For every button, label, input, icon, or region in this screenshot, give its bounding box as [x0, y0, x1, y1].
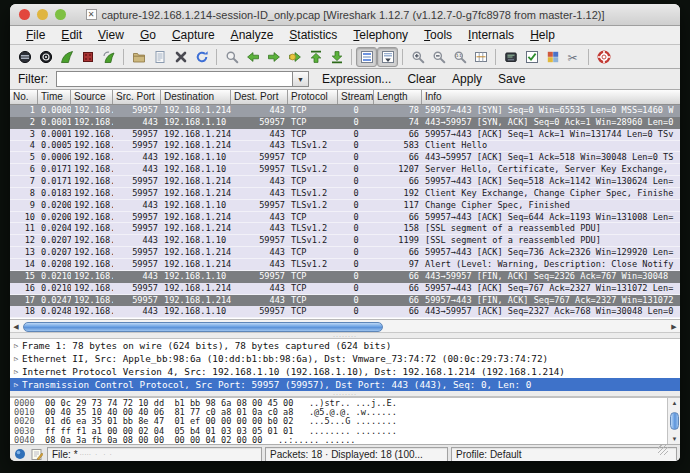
capture-filters-icon[interactable]: [500, 47, 521, 67]
menu-analyze[interactable]: Analyze: [223, 28, 282, 42]
menu-tools[interactable]: Tools: [416, 28, 460, 42]
scroll-up-arrow-icon[interactable]: ▲: [668, 398, 680, 408]
go-back-icon[interactable]: [242, 47, 263, 67]
packet-row-17[interactable]: 170.0247192.168.1.1059957192.168.1.21444…: [10, 295, 680, 307]
packet-row-4[interactable]: 40.0005192.168.1.1059957192.168.1.214443…: [10, 141, 680, 153]
restart-capture-icon[interactable]: [98, 47, 119, 67]
preferences-icon[interactable]: ✂: [563, 47, 584, 67]
cell-no: 2: [10, 117, 38, 128]
packet-row-7[interactable]: 70.0171192.168.1.1059957192.168.1.214443…: [10, 176, 680, 188]
filter-input[interactable]: [56, 71, 292, 87]
coloring-rules-icon[interactable]: [542, 47, 563, 67]
menu-edit[interactable]: Edit: [53, 28, 90, 42]
capture-options-icon[interactable]: [35, 47, 56, 67]
packet-row-13[interactable]: 130.0207192.168.1.1059957192.168.1.21444…: [10, 247, 680, 259]
expert-info-icon[interactable]: [13, 447, 27, 461]
cell-src: 192.168.1.214: [71, 235, 113, 246]
packet-row-12[interactable]: 120.0207192.168.1.214443192.168.1.105995…: [10, 235, 680, 247]
menu-bar: FileEditViewGoCaptureAnalyzeStatisticsTe…: [10, 26, 680, 45]
menu-go[interactable]: Go: [132, 28, 164, 42]
packet-row-3[interactable]: 30.0001192.168.1.1059957192.168.1.214443…: [10, 129, 680, 141]
zoom-out-icon[interactable]: [428, 47, 449, 67]
cell-time: 0.0000: [38, 105, 71, 116]
expand-triangle-icon[interactable]: ▷: [10, 381, 22, 389]
scroll-down-arrow-icon[interactable]: ▼: [668, 434, 680, 444]
packet-row-18[interactable]: 180.0248192.168.1.214443192.168.1.105995…: [10, 306, 680, 318]
menu-capture[interactable]: Capture: [164, 28, 223, 42]
packet-row-16[interactable]: 160.0210192.168.1.1059957192.168.1.21444…: [10, 283, 680, 295]
expand-triangle-icon[interactable]: ▷: [10, 342, 22, 350]
stop-capture-icon[interactable]: [77, 47, 98, 67]
go-to-top-icon[interactable]: [305, 47, 326, 67]
packet-row-15[interactable]: 150.0210192.168.1.214443192.168.1.105995…: [10, 271, 680, 283]
column-header-no[interactable]: No.: [10, 90, 38, 104]
close-file-icon[interactable]: [170, 47, 191, 67]
column-header-len[interactable]: Length: [374, 90, 422, 104]
detail-row-0[interactable]: ▷Frame 1: 78 bytes on wire (624 bits), 7…: [10, 339, 680, 352]
go-to-bottom-icon[interactable]: [326, 47, 347, 67]
menu-view[interactable]: View: [90, 28, 132, 42]
zoom-100-icon[interactable]: 1:1: [449, 47, 470, 67]
expand-triangle-icon[interactable]: ▷: [10, 355, 22, 363]
save-button[interactable]: Save: [493, 71, 530, 87]
column-header-info[interactable]: Info: [422, 90, 680, 104]
expand-triangle-icon[interactable]: ▷: [10, 368, 22, 376]
column-header-stream[interactable]: Stream: [338, 90, 374, 104]
zoom-in-icon[interactable]: [407, 47, 428, 67]
start-capture-icon[interactable]: [56, 47, 77, 67]
window-resize-grip[interactable]: [658, 445, 668, 455]
detail-row-1[interactable]: ▷Ethernet II, Src: Apple_bb:98:6a (10:dd…: [10, 352, 680, 365]
packet-row-1[interactable]: 10.0000192.168.1.1059957192.168.1.214443…: [10, 105, 680, 117]
display-filters-icon[interactable]: [521, 47, 542, 67]
help-icon[interactable]: [593, 47, 614, 67]
title-bar[interactable]: ✕ capture-192.168.1.214-session-ID_only.…: [10, 4, 680, 26]
column-header-dport[interactable]: Dest. Port: [231, 90, 288, 104]
capture-comment-icon[interactable]: [30, 447, 44, 461]
list-interfaces-icon[interactable]: [14, 47, 35, 67]
column-header-dst[interactable]: Destination: [161, 90, 231, 104]
detail-row-2[interactable]: ▷Internet Protocol Version 4, Src: 192.1…: [10, 365, 680, 378]
find-packet-icon[interactable]: [221, 47, 242, 67]
menu-statistics[interactable]: Statistics: [281, 28, 345, 42]
save-file-icon[interactable]: [149, 47, 170, 67]
filter-dropdown-button[interactable]: ▼: [292, 71, 309, 87]
hex-vscrollbar[interactable]: ▲ ▼: [667, 398, 680, 444]
packet-row-10[interactable]: 100.0200192.168.1.1059957192.168.1.21444…: [10, 212, 680, 224]
go-to-packet-icon[interactable]: [284, 47, 305, 67]
menu-telephony[interactable]: Telephony: [345, 28, 416, 42]
scroll-right-arrow-icon[interactable]: ▶: [668, 321, 680, 332]
menu-help[interactable]: Help: [522, 28, 563, 42]
hscroll-thumb[interactable]: [23, 322, 383, 332]
clear-button[interactable]: Clear: [402, 71, 441, 87]
column-header-sport[interactable]: Src. Port: [113, 90, 161, 104]
cell-src: 192.168.1.214: [71, 306, 113, 317]
column-header-src[interactable]: Source: [71, 90, 113, 104]
vscroll-thumb[interactable]: [670, 412, 679, 430]
packet-row-11[interactable]: 110.0204192.168.1.1059957192.168.1.21444…: [10, 223, 680, 235]
packet-row-9[interactable]: 90.0200192.168.1.214443192.168.1.1059957…: [10, 200, 680, 212]
packet-row-8[interactable]: 80.0183192.168.1.1059957192.168.1.214443…: [10, 188, 680, 200]
open-file-icon[interactable]: [128, 47, 149, 67]
detail-row-3[interactable]: ▷Transmission Control Protocol, Src Port…: [10, 378, 680, 391]
scroll-left-arrow-icon[interactable]: ◀: [10, 321, 22, 332]
packet-list-hscrollbar[interactable]: ◀ ▶: [10, 319, 680, 333]
packet-row-2[interactable]: 20.0001192.168.1.214443192.168.1.1059957…: [10, 117, 680, 129]
apply-button[interactable]: Apply: [447, 71, 487, 87]
packet-row-6[interactable]: 60.0171192.168.1.214443192.168.1.1059957…: [10, 164, 680, 176]
cell-src: 192.168.1.214: [71, 152, 113, 163]
autoscroll-toggle-icon[interactable]: [377, 47, 398, 67]
packet-row-5[interactable]: 50.0006192.168.1.214443192.168.1.1059957…: [10, 152, 680, 164]
cell-dport: 443: [231, 259, 288, 270]
expression-button[interactable]: Expression...: [317, 71, 396, 87]
menu-internals[interactable]: Internals: [460, 28, 522, 42]
column-header-time[interactable]: Time: [38, 90, 71, 104]
menu-file[interactable]: File: [18, 28, 53, 42]
cell-time: 0.0207: [38, 247, 71, 258]
reload-icon[interactable]: [191, 47, 212, 67]
resize-columns-icon[interactable]: [470, 47, 491, 67]
go-forward-icon[interactable]: [263, 47, 284, 67]
cell-dst: 192.168.1.214: [161, 259, 231, 270]
colorize-toggle-icon[interactable]: [356, 47, 377, 67]
column-header-proto[interactable]: Protocol: [288, 90, 338, 104]
packet-row-14[interactable]: 140.0208192.168.1.1059957192.168.1.21444…: [10, 259, 680, 271]
